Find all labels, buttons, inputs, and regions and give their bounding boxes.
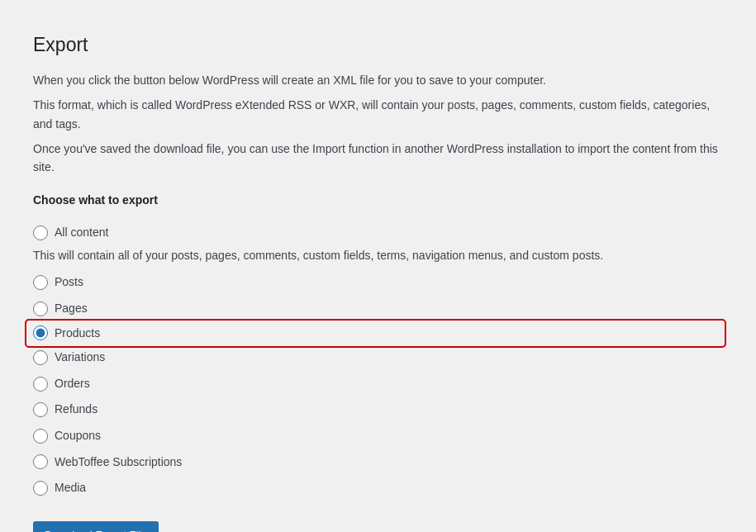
radio-variations[interactable] bbox=[33, 350, 48, 365]
all-content-description: This will contain all of your posts, pag… bbox=[33, 247, 723, 264]
radio-media[interactable] bbox=[33, 481, 48, 496]
page-title: Export bbox=[33, 33, 723, 58]
label-products[interactable]: Products bbox=[55, 325, 100, 342]
radio-pages[interactable] bbox=[33, 302, 48, 316]
label-media[interactable]: Media bbox=[55, 480, 86, 496]
description-1: When you click the button below WordPres… bbox=[33, 71, 723, 89]
label-variations[interactable]: Variations bbox=[55, 349, 105, 366]
radio-products[interactable] bbox=[33, 325, 48, 340]
radio-webtoffee[interactable] bbox=[33, 454, 48, 469]
download-export-button[interactable]: Download Export File bbox=[33, 521, 159, 532]
radio-item-coupons[interactable]: Coupons bbox=[33, 423, 723, 449]
label-all-content[interactable]: All content bbox=[55, 225, 108, 241]
radio-item-variations[interactable]: Variations bbox=[33, 344, 723, 371]
description-2: This format, which is called WordPress e… bbox=[33, 96, 723, 133]
radio-refunds[interactable] bbox=[33, 402, 48, 417]
radio-coupons[interactable] bbox=[33, 429, 48, 444]
radio-item-products[interactable]: Products bbox=[28, 322, 723, 345]
label-coupons[interactable]: Coupons bbox=[55, 428, 101, 444]
label-webtoffee[interactable]: WebToffee Subscriptions bbox=[55, 454, 182, 471]
radio-item-posts[interactable]: Posts bbox=[33, 269, 723, 296]
radio-posts[interactable] bbox=[33, 275, 48, 290]
radio-orders[interactable] bbox=[33, 377, 48, 392]
radio-item-pages[interactable]: Pages bbox=[33, 296, 723, 322]
radio-item-all-content[interactable]: All content bbox=[33, 220, 723, 246]
section-title: Choose what to export bbox=[33, 193, 723, 207]
label-refunds[interactable]: Refunds bbox=[55, 401, 97, 418]
radio-item-orders[interactable]: Orders bbox=[33, 371, 723, 397]
radio-item-webtoffee[interactable]: WebToffee Subscriptions bbox=[33, 449, 723, 476]
description-3: Once you've saved the download file, you… bbox=[33, 140, 723, 177]
page-container: Export When you click the button below W… bbox=[17, 17, 739, 532]
label-pages[interactable]: Pages bbox=[55, 301, 88, 317]
label-posts[interactable]: Posts bbox=[55, 274, 83, 291]
radio-item-media[interactable]: Media bbox=[33, 475, 723, 501]
export-options-group: All content This will contain all of you… bbox=[33, 220, 723, 501]
label-orders[interactable]: Orders bbox=[55, 376, 90, 392]
radio-item-refunds[interactable]: Refunds bbox=[33, 397, 723, 423]
radio-all-content[interactable] bbox=[33, 226, 48, 240]
